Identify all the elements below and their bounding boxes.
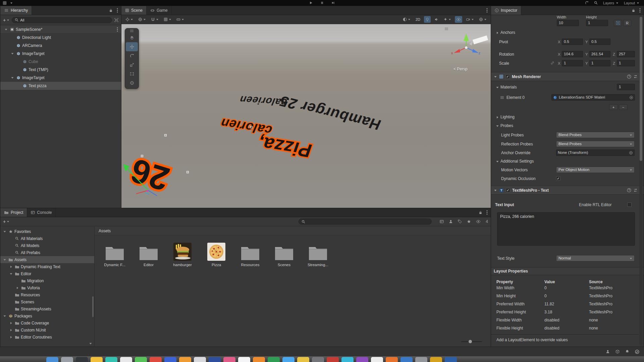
dock-app-icon[interactable] [356, 357, 368, 362]
mesh-renderer-header[interactable]: ✓ Mesh Renderer [491, 72, 644, 81]
object-picker-icon[interactable] [629, 151, 633, 155]
dock-app-icon[interactable] [120, 357, 132, 362]
lighting-label[interactable]: Lighting [500, 114, 515, 120]
expand-arrow-icon[interactable] [9, 336, 13, 339]
dock-app-icon[interactable] [312, 357, 324, 362]
tree-item-arcamera[interactable]: ARCamera [0, 42, 121, 50]
tree-item-editor[interactable]: Editor [0, 270, 94, 277]
slider-thumb[interactable] [469, 340, 472, 343]
reflection-probes-dropdown[interactable]: Blend Probes [556, 141, 635, 147]
lock-icon[interactable] [632, 9, 635, 12]
package-status-icon[interactable] [615, 350, 620, 354]
project-search[interactable] [299, 219, 432, 225]
tree-item-all-materials[interactable]: All Materials [0, 235, 94, 242]
palette-drag-handle[interactable] [125, 28, 139, 33]
help-icon[interactable] [627, 74, 631, 79]
foldout-icon[interactable] [496, 116, 499, 119]
materials-count-field[interactable]: 1 [617, 84, 635, 90]
move-tool-button[interactable] [126, 42, 138, 51]
dock-app-icon[interactable] [150, 357, 162, 362]
overlay-menu-icon[interactable] [444, 27, 449, 31]
lock-icon[interactable] [479, 211, 482, 215]
hierarchy-search[interactable] [12, 17, 112, 23]
search-icon[interactable] [594, 1, 598, 5]
dots-icon[interactable] [117, 27, 121, 32]
project-search-input[interactable] [307, 220, 429, 224]
selection-handle[interactable] [250, 126, 253, 128]
thumbnail-zoom-slider[interactable] [461, 340, 482, 343]
pivot-y-field[interactable]: 0.5 [589, 39, 610, 45]
effects-toggle[interactable] [442, 16, 452, 23]
app-grid-icon[interactable] [3, 1, 7, 5]
camera-settings-button[interactable] [465, 16, 475, 23]
dock-app-icon[interactable] [297, 357, 309, 362]
dynamic-occlusion-checkbox[interactable]: ✓ [556, 176, 560, 181]
tree-item-imagetarget[interactable]: ImageTarget [0, 74, 121, 82]
dock-app-icon[interactable] [91, 357, 103, 362]
persp-label[interactable]: < Persp [453, 67, 468, 71]
app-menu-caret-icon[interactable] [10, 2, 13, 4]
expand-arrow-icon[interactable] [4, 28, 8, 31]
selection-handle[interactable] [164, 134, 167, 136]
tree-item-resources[interactable]: Resources [0, 291, 94, 298]
label-filter-icon[interactable] [458, 220, 462, 224]
lock-icon[interactable] [109, 9, 113, 12]
dock-app-icon[interactable] [386, 357, 398, 362]
lighting-toggle[interactable] [424, 16, 431, 23]
tree-item-dynamic-floating-text[interactable]: Dynamic Floating Text [0, 263, 94, 270]
dock-app-icon[interactable] [164, 357, 176, 362]
grid-settings-button[interactable] [162, 16, 173, 23]
selection-handle[interactable] [186, 171, 189, 173]
activity-ok-icon[interactable] [635, 350, 639, 354]
inspector-scrollbar[interactable] [639, 16, 643, 346]
asset-streaming[interactable]: Streaming... [304, 241, 332, 267]
open-asset-window-icon[interactable] [440, 220, 444, 224]
rect-tool-button[interactable] [126, 69, 138, 78]
rotation-y-field[interactable]: 261.54 [589, 51, 610, 57]
collab-icon[interactable] [585, 1, 589, 5]
asset-dynamic-f[interactable]: Dynamic F... [101, 241, 129, 267]
anchors-label[interactable]: Anchors [500, 29, 515, 36]
dock-app-icon[interactable] [76, 357, 88, 362]
panel-menu-icon[interactable] [486, 210, 488, 215]
create-object-button[interactable]: + [3, 17, 9, 23]
tree-scrollbar-thumb[interactable] [92, 296, 94, 317]
dock-app-icon[interactable] [430, 357, 442, 362]
panel-menu-icon[interactable] [117, 8, 118, 13]
tree-scroll-down-icon[interactable] [89, 342, 92, 345]
expand-arrow-icon[interactable] [10, 76, 14, 79]
dock-app-icon[interactable] [46, 357, 58, 362]
dock-app-icon[interactable] [341, 357, 354, 362]
dock-app-icon[interactable] [253, 357, 265, 362]
scene-viewport[interactable]: calorieen Hamburger 25 calorien Pizza, 2… [121, 24, 491, 208]
raw-edit-button[interactable]: R [623, 20, 631, 26]
anchor-preset-button[interactable] [614, 20, 622, 26]
dock-app-icon[interactable] [268, 357, 280, 362]
dock-app-icon[interactable] [327, 357, 339, 362]
tmp-text-area[interactable]: Pizza, 266 calorien [497, 212, 635, 246]
tab-console[interactable]: Console [27, 208, 56, 217]
expand-arrow-icon[interactable] [9, 328, 13, 332]
expand-arrow-icon[interactable] [15, 286, 19, 290]
tree-item-text-pizza[interactable]: Text pizza [0, 82, 121, 90]
transform-tool-button[interactable] [126, 78, 138, 87]
create-asset-button[interactable]: + [0, 219, 9, 224]
tree-item-scenes[interactable]: Scenes [0, 298, 94, 305]
scale-y-field[interactable]: 1 [589, 60, 610, 66]
scale-tool-button[interactable] [126, 60, 138, 69]
tree-item-assets[interactable]: Assets [0, 256, 94, 263]
asset-resources[interactable]: Resources [236, 241, 264, 267]
tree-item-text-tmp[interactable]: Text (TMP) [0, 66, 121, 74]
anchor-override-field[interactable]: None (Transform) [556, 149, 635, 156]
gizmos-button[interactable] [478, 16, 488, 23]
tab-game[interactable]: Game [147, 6, 172, 15]
remove-material-button[interactable]: − [619, 104, 628, 110]
orientation-gizmo[interactable]: x z [449, 32, 483, 62]
expand-arrow-icon[interactable] [2, 258, 7, 261]
tree-item-editor-coroutines[interactable]: Editor Coroutines [0, 334, 94, 341]
element0-object-field[interactable]: LiberationSans SDF Materi [551, 94, 635, 101]
tree-item-custom-nunit[interactable]: Custom NUnit [0, 326, 94, 334]
dock-app-icon[interactable] [445, 357, 457, 362]
tree-item-streamingassets[interactable]: StreamingAssets [0, 305, 94, 312]
collab-user-icon[interactable] [449, 220, 453, 224]
